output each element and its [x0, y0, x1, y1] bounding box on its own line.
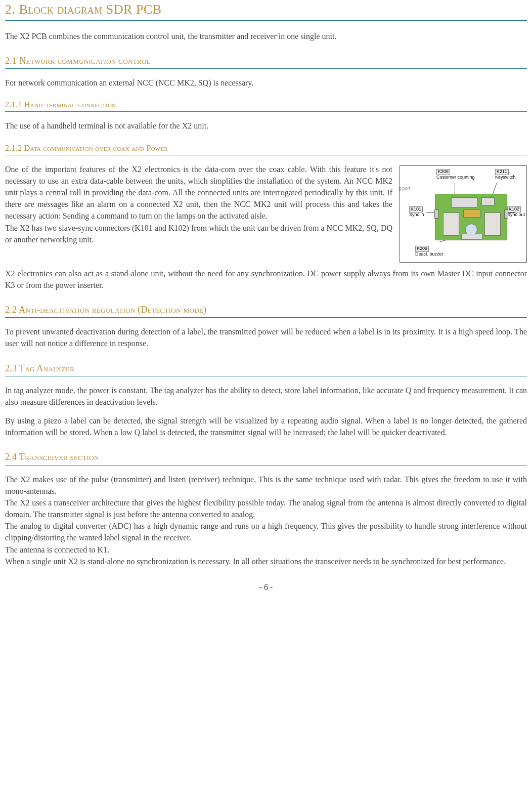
paragraph-2-1: For network communication an external NC…	[5, 77, 527, 89]
subsection-2-2: 2.2 Anti-deactivation regulation (Detect…	[5, 303, 527, 316]
paragraph-2-3a: In tag analyzer mode, the power is const…	[5, 385, 527, 408]
paragraph-2-4e: When a single unit X2 is stand-alone no …	[5, 556, 527, 567]
section-title: 2. Block diagram SDR PCB	[5, 0, 527, 19]
section-rule	[5, 20, 527, 21]
pcb-board-icon	[435, 194, 507, 240]
pcb-diagram-figure: g port K208 Customer counting K211 Keysw…	[400, 165, 527, 263]
k101-sub: Sync in	[409, 212, 424, 217]
subsection-rule	[5, 465, 527, 465]
subsection-rule	[5, 317, 527, 318]
paragraph-2-4d: The antenna is connected to K1.	[5, 544, 527, 556]
subsection-2-3: 2.3 Tag Analyzer	[5, 362, 527, 375]
subsubsection-2-1-2: 2.1.2 Data communication over coax and P…	[5, 142, 527, 154]
k208-sub: Customer counting	[436, 175, 475, 180]
subsection-rule	[5, 111, 527, 112]
paragraph-2-4c: The analog to digital converter (ADC) ha…	[5, 520, 527, 543]
subsection-rule	[5, 376, 527, 376]
port-label: g port	[398, 185, 410, 192]
paragraph-2-1-1: The use of a handheld terminal is not av…	[5, 120, 527, 132]
subsection-2-4: 2.4 Transceiver section	[5, 450, 527, 463]
subsubsection-2-1-1: 2.1.1 Hand-terminal-connection	[5, 99, 527, 110]
paragraph-2-2: To prevent unwanted deactivation during …	[5, 326, 527, 349]
intro-paragraph: The X2 PCB combines the communication co…	[5, 30, 527, 42]
subsection-2-1: 2.1 Network communication control	[5, 54, 527, 67]
paragraph-2-4b: The X2 uses a transceiver architecture t…	[5, 497, 527, 520]
subsection-rule	[5, 68, 527, 69]
page-number: - 6 -	[5, 581, 527, 593]
paragraph-2-4a: The X2 makes use of the pulse (transmitt…	[5, 474, 527, 497]
paragraph-2-1-2c: X2 electronics can also act as a stand-a…	[5, 268, 527, 291]
paragraph-2-3b: By using a piezo a label can be detected…	[5, 415, 527, 438]
k209-sub: Deact. buzzer	[415, 251, 444, 257]
k211-sub: Keyswitch	[495, 175, 516, 180]
subsection-rule	[5, 155, 527, 155]
